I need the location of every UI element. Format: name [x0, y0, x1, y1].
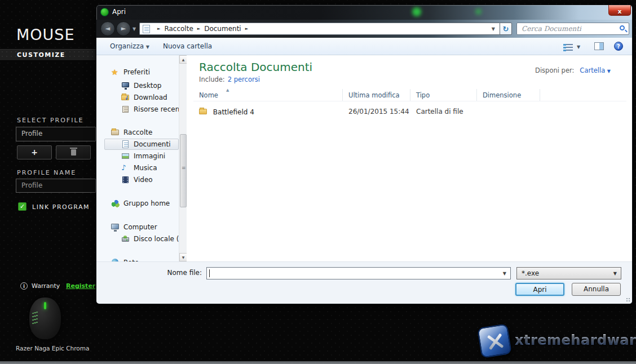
column-header-ultima-modifica[interactable]: Ultima modifica: [343, 89, 410, 101]
close-icon: x: [617, 8, 621, 15]
tab-customize[interactable]: CUSTOMIZE: [0, 49, 96, 61]
sidebar-item-musica[interactable]: ♪ Musica: [121, 162, 157, 174]
filetype-dropdown-icon: ▼: [613, 271, 617, 276]
sort-ascending-icon: ▲: [226, 88, 229, 92]
sidebar-item-label: Gruppo home: [123, 199, 170, 207]
column-label: Tipo: [416, 91, 430, 99]
delete-profile-button[interactable]: [56, 145, 91, 159]
xtremehardware-logo-icon: [477, 323, 512, 358]
views-dropdown-icon[interactable]: ▼: [577, 45, 580, 50]
sidebar-item-computer[interactable]: Computer: [111, 221, 157, 233]
resize-grip[interactable]: [626, 298, 631, 303]
filename-label: Nome file:: [161, 269, 202, 277]
address-bar[interactable]: ► Raccolte ► Documenti ► ▼: [139, 23, 500, 35]
help-glyph: ?: [617, 43, 620, 50]
link-program-checkbox[interactable]: ✓: [18, 202, 26, 211]
open-button[interactable]: Apri: [515, 283, 564, 296]
profile-select[interactable]: Profile: [16, 127, 96, 141]
views-icon[interactable]: [563, 44, 573, 51]
filename-input[interactable]: ▼: [206, 267, 511, 279]
sidebar-item-risorse-recenti[interactable]: Risorse recenti: [121, 104, 184, 115]
breadcrumb-raccolte[interactable]: Raccolte: [164, 25, 193, 33]
sidebar-item-label: Raccolte: [123, 128, 152, 136]
documents-icon: [121, 140, 130, 149]
bottom-edge: [0, 361, 636, 364]
sidebar-item-label: Video: [134, 176, 153, 184]
scrollbar-thumb[interactable]: [180, 134, 187, 207]
back-button[interactable]: ◄: [100, 21, 115, 36]
help-icon[interactable]: ?: [614, 42, 623, 51]
screen: MOUSE CUSTOMIZE SELECT PROFILE Profile +…: [0, 0, 636, 364]
sidebar-item-gruppo-home[interactable]: Gruppo home: [111, 198, 170, 209]
dialog-body: ★ Preferiti Desktop ↓ Download Risorse r…: [96, 55, 633, 261]
dialog-titlebar[interactable]: Apri x: [96, 5, 632, 20]
breadcrumb-documenti[interactable]: Documenti: [204, 25, 241, 33]
profile-name-label: PROFILE NAME: [17, 169, 76, 176]
close-button[interactable]: x: [608, 5, 631, 16]
include-paths-link[interactable]: 2 percorsi: [228, 76, 260, 83]
scroll-down-icon[interactable]: ▼: [179, 253, 187, 261]
add-profile-button[interactable]: +: [17, 145, 52, 159]
filename-dropdown-icon[interactable]: ▼: [503, 271, 506, 276]
column-label: Ultima modifica: [348, 91, 400, 99]
new-folder-button[interactable]: Nuova cartella: [163, 42, 212, 50]
video-icon: [121, 175, 130, 184]
cancel-button[interactable]: Annulla: [572, 283, 621, 296]
navigation-pane: ★ Preferiti Desktop ↓ Download Risorse r…: [96, 55, 179, 261]
forward-button[interactable]: ►: [116, 21, 131, 36]
search-input[interactable]: Cerca Documenti: [516, 23, 629, 35]
history-dropdown-icon[interactable]: ▼: [132, 26, 136, 32]
sidebar-item-preferiti[interactable]: ★ Preferiti: [111, 66, 150, 78]
check-icon: ✓: [20, 203, 25, 210]
include-line: Include:2 percorsi: [199, 76, 260, 83]
dialog-toolbar: Organizza ▼ Nuova cartella ▼ ?: [96, 38, 633, 55]
file-name: Battlefield 4: [213, 108, 254, 116]
sidebar-item-desktop[interactable]: Desktop: [121, 80, 162, 91]
sidebar-item-label: Desktop: [134, 82, 162, 90]
arrange-by-control[interactable]: Disponi per:Cartella ▼: [535, 66, 611, 74]
preview-pane-icon[interactable]: [594, 42, 604, 50]
address-dropdown-icon[interactable]: ▼: [492, 26, 495, 32]
organize-label: Organizza: [110, 42, 144, 50]
filetype-select[interactable]: *.exe ▼: [516, 267, 621, 279]
breadcrumb-separator-icon: ►: [197, 26, 200, 31]
libraries-icon: [111, 128, 120, 137]
sidebar-item-label: Musica: [134, 164, 157, 172]
sidebar-item-label: Download: [134, 94, 167, 101]
sidebar-scrollbar[interactable]: ▲ ▼: [179, 55, 187, 261]
sidebar-item-immagini[interactable]: Immagini: [121, 150, 165, 162]
breadcrumb-separator-icon: ►: [157, 26, 160, 31]
sidebar-item-video[interactable]: Video: [121, 174, 153, 185]
trash-icon: [71, 149, 76, 156]
refresh-icon: ↻: [503, 25, 509, 33]
column-header-dimensione[interactable]: Dimensione: [477, 89, 540, 101]
arrange-label: Disponi per:: [535, 66, 574, 74]
sidebar-item-download[interactable]: ↓ Download: [121, 92, 167, 103]
warranty-label[interactable]: Warranty: [32, 282, 60, 290]
sidebar-item-label: Risorse recenti: [134, 105, 184, 113]
folder-icon: [199, 107, 208, 116]
link-program-label: LINK PROGRAM: [32, 203, 90, 211]
star-icon: ★: [111, 68, 120, 77]
column-header-nome[interactable]: ▲ Nome: [193, 89, 343, 101]
refresh-button[interactable]: ↻: [500, 23, 512, 35]
column-header-tipo[interactable]: Tipo: [410, 89, 477, 101]
scroll-up-icon[interactable]: ▲: [179, 55, 187, 64]
breadcrumb-separator-icon: ►: [245, 26, 248, 31]
desktop-icon: [121, 81, 130, 90]
dialog-title: Apri: [112, 8, 126, 16]
profile-name-input[interactable]: Profile: [16, 179, 96, 193]
column-label: Dimensione: [483, 91, 521, 99]
plus-icon: +: [31, 148, 38, 157]
sidebar-item-documenti[interactable]: Documenti: [121, 139, 171, 150]
register-link[interactable]: Register: [66, 282, 95, 290]
arrange-value: Cartella: [580, 66, 605, 74]
back-arrow-icon: ◄: [105, 25, 110, 32]
search-icon: [620, 25, 625, 30]
library-title: Raccolta Documenti: [199, 60, 312, 74]
mouse-product-image: [29, 298, 61, 339]
local-disk-icon: [121, 234, 130, 243]
table-row[interactable]: Battlefield 4 26/01/2015 15:44 Cartella …: [193, 105, 626, 117]
organize-menu-button[interactable]: Organizza ▼: [110, 42, 149, 50]
sidebar-item-raccolte[interactable]: Raccolte: [111, 127, 152, 138]
